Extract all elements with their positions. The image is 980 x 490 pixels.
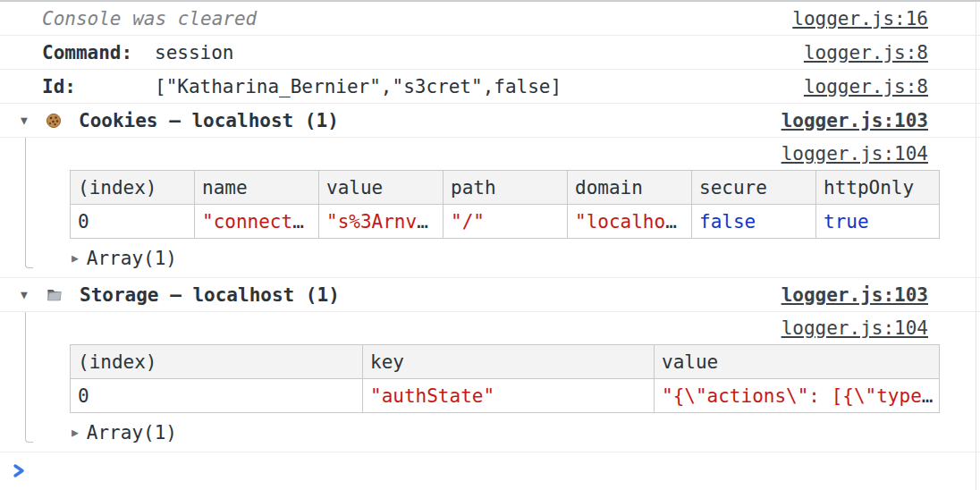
- cleared-text: Console was cleared: [42, 8, 257, 30]
- devtools-console: Console was cleared logger.js:16 Command…: [0, 0, 980, 490]
- source-link-cleared[interactable]: logger.js:16: [792, 8, 928, 30]
- console-message-id: Id: ["Katharina_Bernier","s3cret",false]…: [0, 70, 980, 104]
- cell-domain: "localho…: [568, 205, 692, 239]
- folder-icon: [46, 287, 63, 302]
- source-link-id[interactable]: logger.js:8: [804, 76, 928, 97]
- storage-group-body: logger.js:104 (index) key value 0 "authS…: [0, 312, 980, 452]
- right-edge-divider: [976, 2, 976, 490]
- col-value[interactable]: value: [319, 171, 444, 205]
- col-secure[interactable]: secure: [692, 171, 816, 205]
- cell-key: "authState": [363, 379, 655, 413]
- source-link-storage-group[interactable]: logger.js:103: [781, 284, 928, 306]
- cookies-table-row: 0 "connect… "s%3Arnv… "/" "localho… fals…: [71, 205, 940, 239]
- console-message-cleared: Console was cleared logger.js:16: [0, 2, 980, 36]
- storage-table: (index) key value 0 "authState" "{\"acti…: [70, 344, 940, 413]
- cookies-array-label: Array(1): [87, 248, 177, 269]
- collapse-arrow-icon[interactable]: ▼: [21, 114, 35, 127]
- storage-group-title: Storage – localhost (1): [80, 284, 340, 306]
- col-index[interactable]: (index): [71, 345, 363, 379]
- command-value: session: [155, 42, 234, 63]
- cookies-table-header-row: (index) name value path domain secure ht…: [71, 171, 940, 205]
- storage-table-row: 0 "authState" "{\"actions\": [{\"type…: [71, 379, 940, 413]
- storage-array-label: Array(1): [87, 422, 177, 444]
- id-label: Id:: [42, 76, 155, 97]
- col-domain[interactable]: domain: [568, 171, 692, 205]
- console-message-command: Command: session logger.js:8: [0, 36, 980, 70]
- cell-secure: false: [692, 205, 816, 239]
- col-value[interactable]: value: [655, 345, 940, 379]
- expand-arrow-icon[interactable]: ▶: [72, 426, 79, 439]
- cell-httponly: true: [816, 205, 940, 239]
- col-key[interactable]: key: [363, 345, 655, 379]
- id-value: ["Katharina_Bernier","s3cret",false]: [155, 76, 562, 97]
- storage-table-header-row: (index) key value: [71, 345, 940, 379]
- cookies-array-row[interactable]: ▶ Array(1): [0, 239, 980, 277]
- cookies-group-body: logger.js:104 (index) name value path do…: [0, 138, 980, 278]
- storage-group-header[interactable]: ▼ Storage – localhost (1) logger.js:103: [0, 278, 980, 312]
- console-prompt[interactable]: [0, 452, 980, 488]
- col-name[interactable]: name: [195, 171, 319, 205]
- col-index[interactable]: (index): [71, 171, 195, 205]
- collapse-arrow-icon[interactable]: ▼: [21, 288, 35, 301]
- cookies-table: (index) name value path domain secure ht…: [70, 170, 940, 239]
- col-httponly[interactable]: httpOnly: [816, 171, 940, 205]
- col-path[interactable]: path: [444, 171, 568, 205]
- cookies-group-header[interactable]: ▼ Cookies – localhost (1) logger.js:103: [0, 104, 980, 138]
- cell-name: "connect…: [195, 205, 319, 239]
- cell-value: "s%3Arnv…: [319, 205, 444, 239]
- source-link-storage-table[interactable]: logger.js:104: [781, 317, 928, 339]
- cell-index: 0: [71, 205, 195, 239]
- cell-path: "/": [444, 205, 568, 239]
- storage-array-row[interactable]: ▶ Array(1): [0, 413, 980, 452]
- source-link-command[interactable]: logger.js:8: [804, 42, 928, 63]
- prompt-chevron-icon: [12, 463, 27, 478]
- source-link-cookies-group[interactable]: logger.js:103: [781, 110, 928, 131]
- source-link-cookies-table[interactable]: logger.js:104: [781, 143, 928, 165]
- storage-table-source-row: logger.js:104: [0, 312, 980, 344]
- cell-index: 0: [71, 379, 363, 413]
- cookies-group-title: Cookies – localhost (1): [79, 110, 339, 131]
- cell-value: "{\"actions\": [{\"type…: [655, 379, 940, 413]
- cookies-table-source-row: logger.js:104: [0, 138, 980, 170]
- cookie-icon: [46, 113, 62, 129]
- expand-arrow-icon[interactable]: ▶: [72, 251, 79, 265]
- command-label: Command:: [42, 42, 155, 63]
